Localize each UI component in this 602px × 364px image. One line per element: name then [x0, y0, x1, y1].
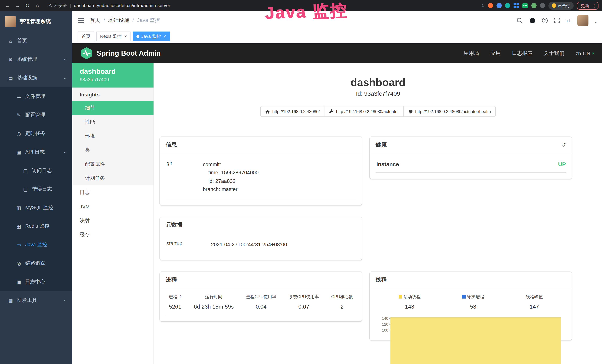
app-window: 芋道管理系统 首页 系统管理 基础设施: [0, 11, 602, 364]
sidebar-item-trace[interactable]: 链路追踪: [0, 254, 72, 273]
bookmark-star-icon[interactable]: ☆: [480, 3, 485, 8]
sba-nav-wall[interactable]: 应用墙: [464, 50, 479, 57]
health-url-button[interactable]: http://192.168.0.2:48080/actuator/health: [403, 106, 495, 117]
sidebar-item-redis-monitor[interactable]: Redis 监控: [0, 217, 72, 236]
process-card-title: 进程: [166, 276, 177, 283]
metadata-value: 2021-04-27T00:44:31.254+08:00: [211, 240, 287, 248]
browser-home-icon[interactable]: ⌂: [34, 1, 41, 10]
metadata-key: startup: [166, 240, 211, 248]
instance-menu-mappings[interactable]: 映射: [72, 214, 153, 228]
metadata-card: 元数据 startup 2021-04-27T00:44:31.254+08:0…: [160, 217, 362, 260]
search-icon[interactable]: [516, 17, 523, 23]
close-icon[interactable]: [124, 34, 127, 39]
actuator-url-button[interactable]: http://192.168.0.2:48080/actuator: [324, 106, 404, 117]
sidebar-item-label: 研发工具: [17, 297, 37, 304]
instance-menu-scheduled-tasks[interactable]: 计划任务: [72, 171, 153, 185]
help-icon[interactable]: [542, 18, 548, 23]
extension-icon-teal[interactable]: [505, 3, 510, 8]
tab-redis-monitor[interactable]: Redis 监控: [97, 32, 130, 41]
gear-icon: [7, 57, 14, 62]
sidebar-item-label: 访问日志: [32, 167, 52, 174]
sba-logo-icon[interactable]: [80, 47, 93, 60]
service-url-button[interactable]: http://192.168.0.2:48080/: [260, 106, 325, 117]
java-monitor-icon: [16, 242, 22, 247]
extension-icon-leaf[interactable]: [531, 3, 537, 8]
instance-menu-classes[interactable]: 类: [72, 143, 153, 157]
github-icon[interactable]: [529, 17, 536, 24]
instance-menu-environment[interactable]: 环境: [72, 129, 153, 143]
live-threads-swatch: [399, 295, 402, 299]
sidebar-item-home[interactable]: 首页: [0, 32, 72, 50]
security-label: 不安全: [54, 3, 67, 8]
extension-icon-switch-on[interactable]: on: [522, 3, 528, 8]
locale-select[interactable]: zh-CN: [576, 50, 594, 56]
breadcrumb-home[interactable]: 首页: [90, 17, 100, 24]
close-icon[interactable]: [163, 34, 166, 39]
app-menu: 首页 系统管理 基础设施 文件管理 配置管理: [0, 32, 72, 364]
sidebar-item-label: 首页: [17, 37, 27, 44]
instance-sidebar: dashboard 93a3fc7f7409 Insights 细节 性能 环境…: [72, 63, 154, 364]
sidebar-item-config-management[interactable]: 配置管理: [0, 106, 72, 124]
sidebar-item-error-logs[interactable]: 错误日志: [0, 180, 72, 198]
history-icon[interactable]: ↺: [561, 141, 566, 148]
sidebar-item-java-monitor[interactable]: Java 监控: [0, 236, 72, 254]
address-bar[interactable]: dashboard.yudao.iocoder.cn/infra/admin-s…: [74, 3, 170, 8]
sba-nav-applications[interactable]: 应用: [490, 50, 501, 57]
instance-header[interactable]: dashboard 93a3fc7f7409: [72, 63, 153, 87]
breadcrumb-current: Java 监控: [137, 17, 160, 24]
sba-body: dashboard 93a3fc7f7409 Insights 细节 性能 环境…: [72, 63, 602, 364]
tab-home[interactable]: 首页: [78, 32, 94, 41]
process-table: 进程ID 5261 运行时间 6d 23h 15m 59s 进程CPU使用率: [166, 290, 356, 315]
extension-icon-pin[interactable]: [496, 3, 502, 8]
sidebar-item-scheduled-jobs[interactable]: 定时任务: [0, 124, 72, 143]
browser-back-icon[interactable]: ←: [4, 1, 11, 10]
breadcrumb-infrastructure[interactable]: 基础设施: [108, 17, 129, 24]
fullscreen-icon[interactable]: [554, 17, 560, 23]
process-col-cpu-cores: CPU核心数 2: [331, 294, 353, 310]
hamburger-icon[interactable]: [78, 18, 84, 23]
avatar-caret-icon[interactable]: ▾: [595, 21, 597, 24]
browser-update-button[interactable]: 更新 ⋮: [577, 2, 599, 10]
instance-menu-details[interactable]: 细节: [72, 101, 153, 115]
sidebar-item-access-logs[interactable]: 访问日志: [0, 161, 72, 180]
sba-nav-journal[interactable]: 日志报表: [512, 50, 533, 57]
chevron-up-icon: [64, 76, 66, 80]
font-size-icon[interactable]: тТ: [566, 18, 571, 23]
sidebar-item-file-management[interactable]: 文件管理: [0, 87, 72, 106]
sba-nav-about[interactable]: 关于我们: [544, 50, 565, 57]
app-logo[interactable]: 芋道管理系统: [0, 11, 72, 32]
sidebar-item-log-center[interactable]: 日志中心: [0, 273, 72, 291]
instance-menu-performance[interactable]: 性能: [72, 115, 153, 129]
sidebar-item-label: 定时任务: [25, 130, 45, 137]
instance-menu-caches[interactable]: 缓存: [72, 228, 153, 242]
instance-title-block: dashboard Id: 93a3fc7f7409: [154, 63, 602, 97]
screen: ← → ↻ ⌂ ⚠ 不安全 | dashboard.yudao.iocoder.…: [0, 0, 602, 364]
update-label: 更新: [581, 3, 589, 8]
api-log-icon: [16, 149, 22, 155]
browser-refresh-icon[interactable]: ↻: [24, 1, 31, 10]
extension-icon-grid[interactable]: [514, 3, 519, 8]
instance-menu-logs[interactable]: 日志: [72, 185, 153, 200]
instance-menu-config-props[interactable]: 配置属性: [72, 157, 153, 171]
sidebar-item-infrastructure[interactable]: 基础设施: [0, 69, 72, 87]
browser-menu-icon[interactable]: ⋮: [592, 3, 597, 8]
health-card: 健康 ↺ Instance UP: [370, 137, 572, 179]
sba-brand[interactable]: Spring Boot Admin: [97, 49, 161, 57]
instance-name: dashboard: [80, 67, 146, 76]
security-chip[interactable]: ⚠ 不安全: [48, 3, 67, 8]
instance-menu-jvm[interactable]: JVM: [72, 200, 153, 214]
profile-paused-chip[interactable]: 已暂停: [548, 2, 574, 10]
tools-icon: [7, 298, 14, 303]
sidebar-item-label: Redis 监控: [25, 223, 50, 230]
user-avatar[interactable]: [578, 15, 589, 26]
sidebar-item-api-logs[interactable]: API 日志: [0, 143, 72, 161]
sidebar-item-dev-tools[interactable]: 研发工具: [0, 291, 72, 310]
sidebar-item-system-management[interactable]: 系统管理: [0, 50, 72, 69]
sidebar-item-mysql-monitor[interactable]: MySQL 监控: [0, 198, 72, 217]
extension-icon-puzzle[interactable]: [540, 3, 545, 8]
git-id-line: id: 27aa832: [203, 177, 259, 185]
browser-forward-icon[interactable]: →: [14, 1, 21, 10]
infrastructure-icon: [7, 75, 14, 81]
extension-icon-orange[interactable]: [488, 3, 493, 8]
tab-java-monitor[interactable]: Java 监控: [133, 32, 170, 41]
